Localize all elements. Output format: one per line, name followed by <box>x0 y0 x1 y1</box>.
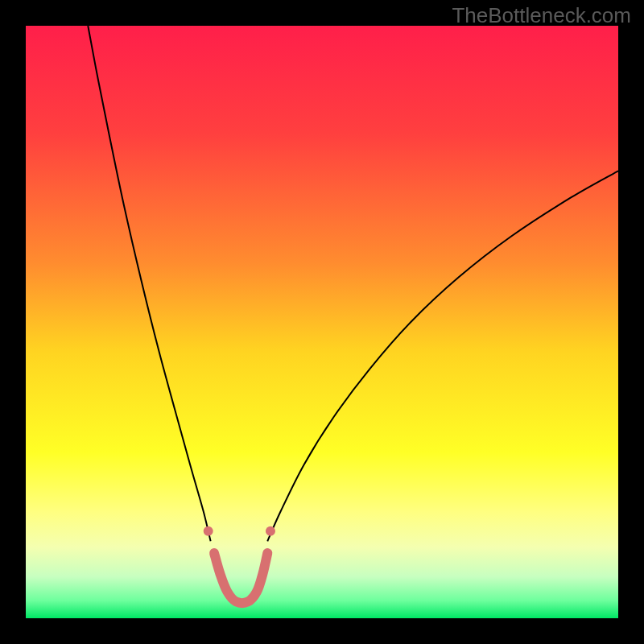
bottleneck-curve-left <box>88 26 210 541</box>
watermark-text: TheBottleneck.com <box>452 3 631 28</box>
chart-frame: TheBottleneck.com <box>0 0 644 644</box>
chart-curves <box>26 26 618 618</box>
highlight-segment <box>214 553 267 603</box>
highlight-end-dot <box>266 526 275 536</box>
plot-area <box>26 26 618 618</box>
highlight-end-dot <box>204 526 213 536</box>
bottleneck-curve-right <box>267 171 618 541</box>
